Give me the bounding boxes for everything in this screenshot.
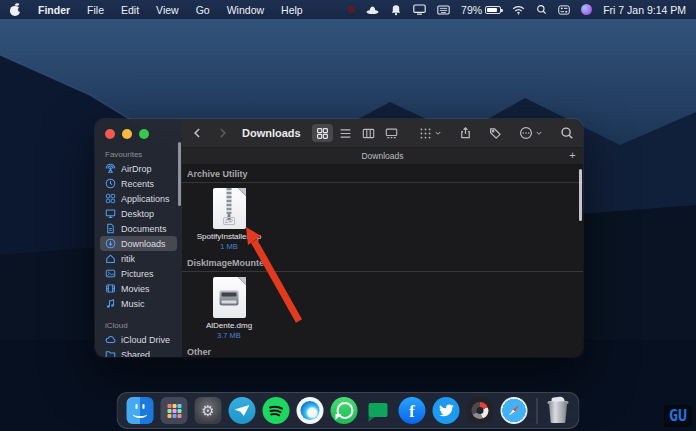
share-button[interactable] [459,126,472,140]
group-header-other: Other [182,343,583,357]
dock-finder-icon[interactable] [127,397,154,424]
forward-button[interactable] [216,126,229,140]
sidebar-section-favourites: Favourites [95,147,182,161]
apple-menu-icon[interactable] [10,4,21,16]
sidebar-item-airdrop[interactable]: AirDrop [100,161,177,176]
recording-dot-icon[interactable] [348,6,355,13]
file-size: 3.7 MB [217,331,241,340]
column-view-button[interactable] [358,124,379,142]
search-button[interactable] [560,126,574,140]
dock-edge-browser-icon[interactable] [297,397,324,424]
dock: ⚙ [117,392,580,429]
minimize-button[interactable] [122,129,132,139]
sidebar-item-movies[interactable]: Movies [100,281,177,296]
dock-telegram-icon[interactable] [229,397,256,424]
back-button[interactable] [191,126,204,140]
tags-button[interactable] [489,127,502,140]
menu-edit[interactable]: Edit [121,4,139,16]
menubar-clock[interactable]: Fri 7 Jan 9:14 PM [603,4,686,16]
sidebar-item-label: Documents [121,224,167,234]
finder-sidebar: Favourites AirDrop Recents Applications … [95,119,182,357]
battery-percent: 79% [461,4,482,16]
dock-trash-icon[interactable] [547,397,570,424]
file-name: AlDente.dmg [187,321,271,330]
content-scrollbar[interactable] [579,169,582,221]
new-tab-button[interactable]: + [566,149,579,162]
icloud-icon [105,334,116,345]
group-by-button[interactable] [419,127,442,140]
sidebar-item-documents[interactable]: Documents [100,221,177,236]
movies-icon [105,283,116,294]
sidebar-item-shared[interactable]: Shared [100,347,177,357]
control-center-icon[interactable] [558,5,570,15]
list-view-button[interactable] [335,124,356,142]
menu-help[interactable]: Help [281,4,303,16]
sidebar-scrollbar[interactable] [178,142,181,206]
wifi-icon[interactable] [512,5,525,15]
clock-icon [105,178,116,189]
sidebar-item-downloads[interactable]: Downloads [100,236,177,251]
dock-google-chat-icon[interactable] [365,397,392,424]
finder-main: Downloads [182,119,583,357]
dock-facebook-icon[interactable] [399,397,426,424]
file-list-area: Archive Utility ZIP SpotifyInstaller.zip… [182,165,583,357]
dock-spotify-icon[interactable] [263,397,290,424]
menu-go[interactable]: Go [196,4,210,16]
home-icon [105,253,116,264]
menu-window[interactable]: Window [227,4,264,16]
chevron-down-icon [535,129,543,137]
tab-downloads[interactable]: Downloads [361,151,403,161]
file-aldente-dmg[interactable]: AlDente.dmg 3.7 MB [184,277,274,340]
menu-app-name[interactable]: Finder [38,4,70,16]
sidebar-item-recents[interactable]: Recents [100,176,177,191]
notification-bell-icon[interactable] [390,4,402,16]
display-mirroring-icon[interactable] [413,4,426,15]
file-spotifyinstaller-zip[interactable]: ZIP SpotifyInstaller.zip 1 MB [184,188,274,251]
dock-twitter-icon[interactable] [433,397,460,424]
window-title: Downloads [242,127,301,139]
icon-view-button[interactable] [312,124,333,142]
dock-whatsapp-icon[interactable] [331,397,358,424]
sidebar-item-label: Recents [121,179,154,189]
menu-file[interactable]: File [87,4,104,16]
sidebar-item-icloud-drive[interactable]: iCloud Drive [100,332,177,347]
sidebar-item-desktop[interactable]: Desktop [100,206,177,221]
menu-view[interactable]: View [156,4,179,16]
music-icon [105,298,116,309]
window-controls [95,127,182,147]
airdrop-icon [105,163,116,174]
battery-status[interactable]: 79% [461,4,501,16]
finder-toolbar: Downloads [182,119,583,148]
zip-badge: ZIP [223,217,235,225]
dock-launchpad-icon[interactable] [161,397,188,424]
dmg-file-icon [213,277,246,318]
document-icon [105,223,116,234]
dock-utility-app-icon[interactable] [467,397,494,424]
sidebar-item-label: Desktop [121,209,154,219]
sidebar-item-pictures[interactable]: Pictures [100,266,177,281]
sidebar-item-label: Music [121,299,145,309]
tab-bar: Downloads + [182,148,583,165]
finder-window: Favourites AirDrop Recents Applications … [95,119,583,357]
dock-system-preferences-icon[interactable]: ⚙ [195,397,222,424]
pictures-icon [105,268,116,279]
siri-icon[interactable] [581,4,592,15]
menubar-hat-app-icon[interactable] [366,4,379,15]
sidebar-item-label: Pictures [121,269,154,279]
desktop-icon [105,208,116,219]
sidebar-item-label: iCloud Drive [121,335,170,345]
file-name: SpotifyInstaller.zip [187,232,271,241]
sidebar-item-label: ritik [121,254,135,264]
sidebar-item-label: Movies [121,284,150,294]
gallery-view-button[interactable] [381,124,402,142]
keyboard-input-icon[interactable] [437,5,450,15]
close-button[interactable] [105,129,115,139]
sidebar-item-applications[interactable]: Applications [100,191,177,206]
dock-safari-icon[interactable] [501,397,528,424]
chevron-down-icon [434,129,442,137]
sidebar-item-home[interactable]: ritik [100,251,177,266]
zoom-button[interactable] [139,129,149,139]
spotlight-search-icon[interactable] [536,4,547,15]
sidebar-item-music[interactable]: Music [100,296,177,311]
more-actions-button[interactable] [519,126,543,140]
